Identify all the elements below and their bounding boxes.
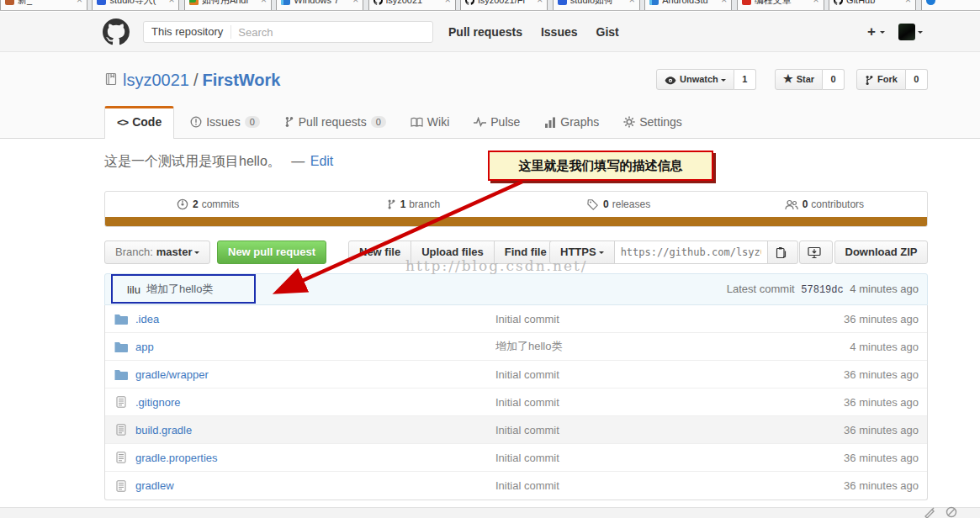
tab-close-icon[interactable]: × xyxy=(629,0,635,6)
browser-tab[interactable]: studio导入( × xyxy=(92,0,179,11)
tab-close-icon[interactable]: × xyxy=(168,0,174,6)
commit-sha-link[interactable]: 57819dc xyxy=(801,284,843,296)
unwatch-button[interactable]: Unwatch xyxy=(656,69,734,90)
tab-close-icon[interactable]: × xyxy=(445,0,451,6)
file-link[interactable]: .gitignore xyxy=(135,396,180,409)
contributors-stat[interactable]: 0 contributors xyxy=(722,192,927,217)
new-pull-request-button[interactable]: New pull request xyxy=(217,240,326,264)
file-link[interactable]: .idea xyxy=(135,313,159,325)
copy-to-clipboard-button[interactable] xyxy=(767,240,798,264)
tab-graphs-label: Graphs xyxy=(560,115,599,129)
description-dash: — xyxy=(291,154,305,168)
browser-tab[interactable] xyxy=(921,0,980,11)
clone-in-desktop-button[interactable] xyxy=(799,240,833,264)
github-favicon xyxy=(373,0,383,5)
commit-message-link[interactable]: Initial commit xyxy=(495,452,559,464)
code-icon: <> xyxy=(117,116,128,129)
tab-close-icon[interactable]: × xyxy=(537,0,543,6)
browser-tab[interactable]: lsyz0021 × xyxy=(368,0,456,11)
nav-pull-requests[interactable]: Pull requests xyxy=(448,25,522,39)
browser-tab[interactable]: 新_ × xyxy=(0,0,87,11)
fork-icon xyxy=(865,75,874,86)
latest-commit-bar: lilu 增加了hello类 Latest commit 57819dc 4 m… xyxy=(104,273,928,305)
releases-stat[interactable]: 0 releases xyxy=(516,192,722,217)
branches-stat[interactable]: 1 branch xyxy=(310,192,516,217)
tab-close-icon[interactable]: × xyxy=(813,0,819,6)
tab-settings[interactable]: Settings xyxy=(615,107,691,138)
download-zip-button[interactable]: Download ZIP xyxy=(834,240,928,264)
search-box[interactable]: This repository xyxy=(143,21,433,43)
browser-tab[interactable]: 编程文章 × xyxy=(737,0,824,11)
description-text: 这是一个测试用是项目hello。 xyxy=(104,154,281,168)
search-input[interactable] xyxy=(231,26,432,39)
browser-tab[interactable]: lsyz0021/Fi × xyxy=(460,0,548,11)
commit-message-link[interactable]: Initial commit xyxy=(495,424,559,436)
commit-message-link[interactable]: 增加了hello类 xyxy=(495,340,562,352)
tab-close-icon[interactable]: × xyxy=(352,0,358,6)
commit-message-link[interactable]: Initial commit xyxy=(495,396,559,409)
commit-author-link[interactable]: lilu xyxy=(127,283,140,296)
pulse-icon xyxy=(474,117,486,127)
fork-count[interactable]: 0 xyxy=(906,69,928,90)
tab-graphs[interactable]: Graphs xyxy=(536,107,607,138)
tab-pulse[interactable]: Pulse xyxy=(465,107,528,138)
tab-close-icon[interactable]: × xyxy=(77,0,82,6)
repo-owner-link[interactable]: lsyz0021 xyxy=(123,71,189,90)
file-link[interactable]: gradle.properties xyxy=(135,452,218,464)
clone-url-input[interactable] xyxy=(615,246,767,258)
file-time: 36 minutes ago xyxy=(767,313,927,325)
commit-message-link[interactable]: Initial commit xyxy=(495,313,559,325)
branch-name: master xyxy=(156,241,193,263)
caret-down-icon[interactable] xyxy=(918,31,923,36)
github-favicon xyxy=(834,0,843,5)
file-link[interactable]: app xyxy=(135,341,154,353)
language-bar[interactable] xyxy=(105,217,927,226)
table-row: .idea Initial commit 36 minutes ago xyxy=(105,305,927,333)
nav-issues[interactable]: Issues xyxy=(541,25,578,39)
edit-description-link[interactable]: Edit xyxy=(310,154,334,168)
status-icon xyxy=(924,506,935,518)
branch-selector[interactable]: Branch: master xyxy=(104,240,210,264)
fork-label: Fork xyxy=(877,70,898,89)
tab-close-icon[interactable]: × xyxy=(261,0,267,6)
browser-tab[interactable]: studio如何 × xyxy=(553,0,640,11)
star-count[interactable]: 0 xyxy=(823,69,845,90)
contributors-count: 0 xyxy=(803,198,808,210)
tab-issues[interactable]: Issues 0 xyxy=(182,107,268,138)
browser-tab[interactable]: AndroidStu × xyxy=(644,0,732,11)
tab-favicon xyxy=(189,0,199,5)
tab-close-icon[interactable]: × xyxy=(721,0,727,6)
tab-wiki[interactable]: Wiki xyxy=(402,107,458,138)
file-link[interactable]: gradle/wrapper xyxy=(135,368,209,381)
github-logo-icon[interactable] xyxy=(103,18,130,45)
github-header: This repository Pull requests Issues Gis… xyxy=(0,12,980,52)
latest-commit-info: Latest commit 57819dc 4 minutes ago xyxy=(727,283,919,296)
new-file-button[interactable]: New file xyxy=(348,240,411,264)
browser-tab[interactable]: Windows 7 × xyxy=(276,0,363,11)
eye-icon xyxy=(665,76,676,86)
commit-message-link[interactable]: Initial commit xyxy=(495,479,559,492)
browser-tab[interactable]: GitHub × xyxy=(829,0,916,11)
fork-button[interactable]: Fork xyxy=(856,69,906,90)
watch-count[interactable]: 1 xyxy=(734,69,756,90)
nav-gist[interactable]: Gist xyxy=(596,25,619,39)
tab-title: 新_ xyxy=(18,0,73,7)
avatar[interactable] xyxy=(898,24,915,40)
graphs-icon xyxy=(544,117,556,128)
browser-tab[interactable]: 如何用Andr × xyxy=(184,0,272,11)
tab-pull-requests[interactable]: Pull requests 0 xyxy=(276,107,395,138)
file-link[interactable]: build.gradle xyxy=(135,424,192,436)
plus-icon[interactable]: + xyxy=(867,24,876,40)
commits-stat[interactable]: 2 commits xyxy=(105,192,310,217)
file-icon xyxy=(114,424,128,436)
tab-code[interactable]: <> Code xyxy=(104,106,174,139)
caret-down-icon[interactable] xyxy=(880,31,885,36)
issue-icon xyxy=(190,116,202,128)
file-link[interactable]: gradlew xyxy=(135,479,174,492)
commit-message-link[interactable]: Initial commit xyxy=(495,368,559,381)
star-button[interactable]: ★ Star xyxy=(775,69,823,90)
commit-message-link[interactable]: 增加了hello类 xyxy=(146,282,213,297)
tab-favicon xyxy=(649,0,659,5)
tab-close-icon[interactable]: × xyxy=(905,0,911,6)
repo-name-link[interactable]: FirstWork xyxy=(203,71,281,90)
